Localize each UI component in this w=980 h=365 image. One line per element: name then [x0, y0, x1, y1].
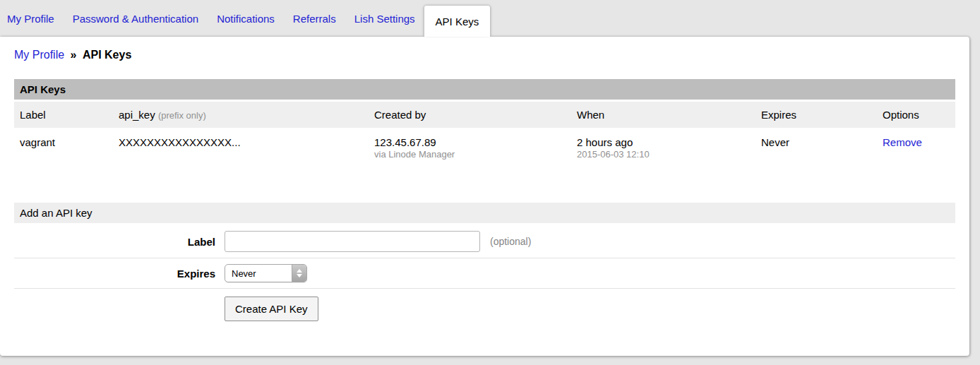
column-header-options: Options — [877, 102, 955, 128]
up-down-chevrons-icon — [292, 265, 306, 282]
label-optional-note: (optional) — [490, 236, 531, 247]
table-header-row: Label api_key (prefix only) Created by W… — [14, 102, 955, 128]
tab-my-profile[interactable]: My Profile — [7, 13, 64, 25]
tab-password-authentication[interactable]: Password & Authentication — [64, 13, 208, 25]
when-relative: 2 hours ago — [577, 136, 750, 148]
cell-expires: Never — [755, 128, 877, 167]
expires-field-row: Expires Never — [14, 258, 955, 289]
created-by-via: via Linode Manager — [374, 148, 566, 160]
submit-row: Create API Key — [14, 289, 955, 329]
content-panel: My Profile » API Keys API Keys Label api… — [0, 37, 969, 356]
cell-when: 2 hours ago 2015-06-03 12:10 — [571, 128, 755, 167]
add-api-key-title: Add an API key — [14, 203, 955, 223]
api-keys-table: Label api_key (prefix only) Created by W… — [14, 102, 955, 167]
cell-created-by: 123.45.67.89 via Linode Manager — [369, 128, 571, 167]
created-by-ip: 123.45.67.89 — [374, 136, 566, 148]
profile-tabbar: My Profile Password & Authentication Not… — [0, 0, 980, 37]
breadcrumb: My Profile » API Keys — [14, 37, 955, 61]
expires-field-label: Expires — [14, 268, 225, 280]
breadcrumb-my-profile-link[interactable]: My Profile — [14, 49, 64, 61]
tab-api-keys[interactable]: API Keys — [424, 6, 491, 37]
column-header-when: When — [571, 102, 755, 128]
remove-key-link[interactable]: Remove — [883, 136, 922, 148]
column-header-label: Label — [14, 102, 113, 128]
label-field-row: Label (optional) — [14, 225, 955, 258]
api-key-row: vagrant XXXXXXXXXXXXXXXX... 123.45.67.89… — [14, 128, 955, 167]
column-header-created-by: Created by — [369, 102, 571, 128]
cell-key-label: vagrant — [14, 128, 113, 167]
cell-api-key-prefix: XXXXXXXXXXXXXXXX... — [113, 128, 369, 167]
add-api-key-form: Add an API key Label (optional) Expires … — [14, 203, 955, 329]
column-header-expires: Expires — [755, 102, 877, 128]
breadcrumb-separator: » — [71, 49, 77, 61]
expires-select-value: Never — [225, 268, 256, 279]
tab-referrals[interactable]: Referrals — [284, 13, 345, 25]
tab-notifications[interactable]: Notifications — [208, 13, 284, 25]
tab-lish-settings[interactable]: Lish Settings — [345, 13, 424, 25]
api-keys-section: API Keys Label api_key (prefix only) Cre… — [14, 79, 955, 167]
api-keys-table-title: API Keys — [14, 79, 955, 100]
label-field-label: Label — [14, 236, 225, 248]
when-absolute: 2015-06-03 12:10 — [577, 148, 750, 160]
create-api-key-button[interactable]: Create API Key — [225, 297, 318, 321]
column-header-api-key: api_key (prefix only) — [113, 102, 369, 128]
column-header-api-key-text: api_key — [119, 109, 155, 121]
label-input[interactable] — [225, 231, 480, 252]
cell-options: Remove — [877, 128, 955, 167]
page-title: API Keys — [83, 49, 131, 61]
expires-select[interactable]: Never — [225, 264, 307, 282]
column-header-api-key-note: (prefix only) — [158, 110, 206, 121]
